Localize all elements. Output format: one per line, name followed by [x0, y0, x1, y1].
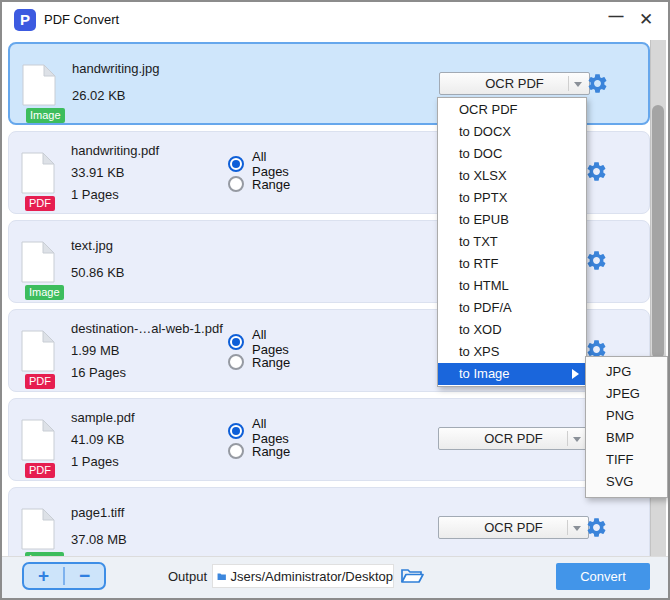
image-format-submenu: JPGJPEGPNGBMPTIFFSVG [585, 356, 668, 498]
range-label: Range [252, 177, 290, 192]
range-radio[interactable] [228, 354, 244, 370]
file-name: page1.tiff [71, 505, 124, 520]
menu-item[interactable]: to HTML [438, 275, 586, 297]
gear-icon [585, 160, 608, 183]
all-pages-label: All Pages [252, 149, 289, 179]
add-file-button[interactable]: + [24, 564, 63, 588]
browse-folder-button[interactable] [400, 565, 424, 587]
convert-type-menu: OCR PDFto DOCXto DOCto XLSXto PPTXto EPU… [437, 97, 587, 387]
app-logo-icon: P [14, 9, 36, 31]
file-type-badge: Image [26, 108, 65, 123]
open-folder-icon [400, 565, 424, 587]
menu-item[interactable]: to RTF [438, 253, 586, 275]
pdf-convert-window: P PDF Convert — ✕ Image handwriting.jpg … [0, 0, 670, 600]
convert-type-label: OCR PDF [485, 76, 544, 91]
convert-button[interactable]: Convert [556, 563, 650, 590]
convert-type-dropdown[interactable]: OCR PDF [439, 72, 590, 95]
convert-type-dropdown[interactable]: OCR PDF [438, 516, 589, 539]
file-icon: PDF [21, 152, 55, 194]
settings-gear-button[interactable] [585, 516, 608, 539]
all-pages-radio[interactable] [228, 334, 244, 350]
file-icon: PDF [21, 330, 55, 372]
file-type-badge: PDF [25, 374, 55, 389]
convert-type-label: OCR PDF [484, 431, 543, 446]
submenu-item[interactable]: SVG [586, 471, 667, 493]
menu-item[interactable]: to PDF/A [438, 297, 586, 319]
chevron-down-icon [573, 526, 581, 531]
submenu-item[interactable]: PNG [586, 405, 667, 427]
file-icon: Image [22, 64, 56, 106]
file-type-badge: PDF [25, 463, 55, 478]
file-icon: Image [21, 508, 55, 550]
output-path-text: Jsers/Administrator/Desktop [230, 569, 393, 584]
file-size: 33.91 KB [71, 165, 125, 180]
file-type-badge: PDF [25, 196, 55, 211]
menu-item[interactable]: to EPUB [438, 209, 586, 231]
document-sheet-icon [21, 241, 55, 283]
menu-item[interactable]: to Image [438, 363, 586, 385]
menu-item[interactable]: OCR PDF [438, 99, 586, 121]
file-name: handwriting.jpg [72, 61, 159, 76]
output-label: Output [168, 569, 207, 584]
file-type-badge: Image [25, 285, 64, 300]
add-remove-group: + − [22, 562, 106, 590]
range-label: Range [252, 444, 290, 459]
menu-item[interactable]: to DOC [438, 143, 586, 165]
folder-icon [217, 569, 226, 584]
file-size: 1.99 MB [71, 343, 119, 358]
convert-type-dropdown[interactable]: OCR PDF [438, 427, 589, 450]
file-pages: 1 Pages [71, 187, 119, 202]
all-pages-radio[interactable] [228, 156, 244, 172]
file-size: 50.86 KB [71, 265, 125, 280]
all-pages-radio[interactable] [228, 423, 244, 439]
submenu-item[interactable]: JPEG [586, 383, 667, 405]
submenu-item[interactable]: BMP [586, 427, 667, 449]
submenu-item[interactable]: JPG [586, 361, 667, 383]
close-button[interactable]: ✕ [634, 8, 658, 32]
file-pages: 1 Pages [71, 454, 119, 469]
document-sheet-icon [21, 152, 55, 194]
document-sheet-icon [21, 508, 55, 550]
menu-item[interactable]: to XLSX [438, 165, 586, 187]
chevron-down-icon [573, 437, 581, 442]
convert-type-label: OCR PDF [484, 520, 543, 535]
remove-file-button[interactable]: − [65, 564, 104, 588]
document-sheet-icon [21, 330, 55, 372]
file-pages: 16 Pages [71, 365, 126, 380]
file-icon: Image [21, 241, 55, 283]
output-path-field[interactable]: Jsers/Administrator/Desktop [212, 564, 394, 588]
file-name: text.jpg [71, 238, 113, 253]
file-name: handwriting.pdf [71, 143, 159, 158]
menu-item[interactable]: to TXT [438, 231, 586, 253]
title-bar: P PDF Convert — ✕ [0, 0, 670, 40]
settings-gear-button[interactable] [585, 160, 608, 183]
gear-icon [586, 72, 609, 95]
gear-icon [585, 249, 608, 272]
file-icon: PDF [21, 419, 55, 461]
range-radio[interactable] [228, 443, 244, 459]
window-title: PDF Convert [44, 12, 119, 27]
submenu-item[interactable]: TIFF [586, 449, 667, 471]
chevron-down-icon [574, 82, 582, 87]
menu-item[interactable]: to XPS [438, 341, 586, 363]
file-row[interactable]: PDF sample.pdf 41.09 KB 1 Pages All Page… [8, 398, 650, 481]
submenu-arrow-icon [572, 369, 579, 379]
all-pages-label: All Pages [252, 416, 289, 446]
settings-gear-button[interactable] [586, 72, 609, 95]
menu-item[interactable]: to XOD [438, 319, 586, 341]
document-sheet-icon [21, 419, 55, 461]
document-sheet-icon [22, 64, 56, 106]
footer-bar: + − Output Jsers/Administrator/Desktop C… [0, 556, 670, 598]
gear-icon [585, 516, 608, 539]
file-size: 37.08 MB [71, 532, 127, 547]
minimize-button[interactable]: — [604, 4, 628, 28]
settings-gear-button[interactable] [585, 249, 608, 272]
range-radio[interactable] [228, 176, 244, 192]
file-size: 26.02 KB [72, 88, 126, 103]
file-name: destination-…al-web-1.pdf [71, 321, 223, 336]
range-label: Range [252, 355, 290, 370]
menu-item[interactable]: to PPTX [438, 187, 586, 209]
scrollbar-thumb[interactable] [652, 105, 664, 359]
file-size: 41.09 KB [71, 432, 125, 447]
menu-item[interactable]: to DOCX [438, 121, 586, 143]
